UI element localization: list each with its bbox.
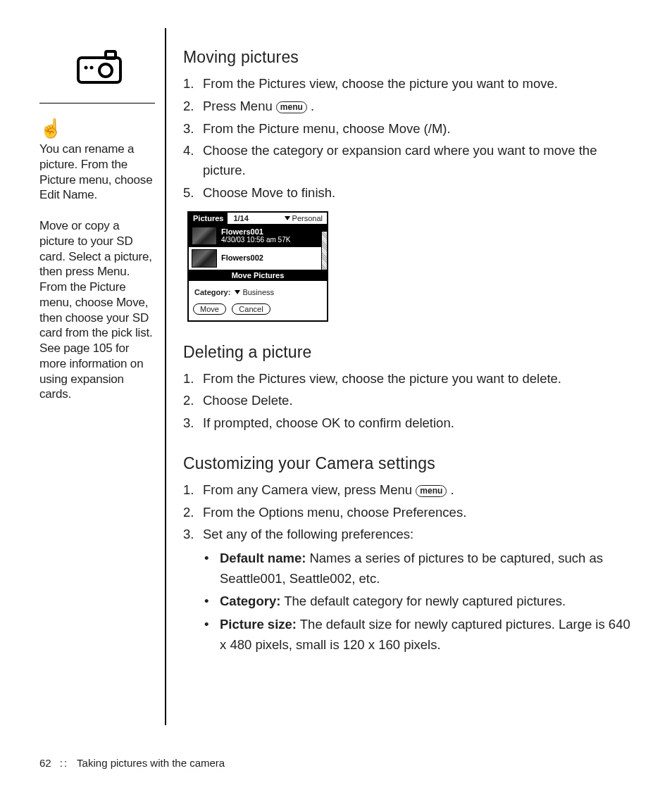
svg-point-2 — [99, 64, 112, 77]
dialog-title: Move Pictures — [189, 270, 327, 281]
step-text: If prompted, choose OK to confirm deleti… — [203, 413, 635, 433]
step-text: From the Picture menu, choose Move (/M). — [203, 119, 635, 139]
step-text: From the Options menu, choose Preference… — [203, 503, 635, 522]
menu-key-icon: menu — [276, 101, 307, 113]
step-text: From the Pictures view, choose the pictu… — [203, 369, 635, 389]
steps-customizing-camera: 1.From any Camera view, press Menu menu … — [183, 480, 635, 544]
pref-category: Category: The default category for newly… — [220, 591, 635, 612]
sidebar: ☝ You can rename a picture. From the Pic… — [39, 28, 165, 725]
tip-move-sd-text: Move or copy a picture to your SD card. … — [39, 218, 155, 402]
sidebar-divider — [39, 103, 155, 103]
preference-list: •Default name: Names a series of picture… — [183, 548, 635, 655]
cancel-button[interactable]: Cancel — [232, 303, 270, 315]
heading-deleting-picture: Deleting a picture — [183, 343, 635, 362]
svg-point-4 — [90, 66, 94, 70]
list-item[interactable]: Flowers0014/30/03 10:56 am 57K — [189, 225, 321, 247]
heading-customizing-camera: Customizing your Camera settings — [183, 454, 635, 473]
step-text: Choose Move to finish. — [203, 183, 635, 203]
shot-title: Pictures — [189, 213, 228, 224]
move-button[interactable]: Move — [193, 303, 226, 315]
step-text: From the Pictures view, choose the pictu… — [203, 74, 635, 94]
steps-moving-pictures: 1.From the Pictures view, choose the pic… — [183, 74, 635, 203]
pref-default-name: Default name: Names a series of pictures… — [220, 548, 635, 589]
category-label: Category: — [194, 288, 230, 296]
tip-rename-text: You can rename a picture. From the Pictu… — [39, 142, 155, 203]
main-content: Moving pictures 1.From the Pictures view… — [166, 28, 635, 725]
step-text: Set any of the following preferences: — [203, 525, 635, 544]
steps-deleting-picture: 1.From the Pictures view, choose the pic… — [183, 369, 635, 433]
scrollbar[interactable] — [321, 225, 327, 270]
svg-rect-1 — [106, 51, 116, 58]
page-footer: 62 :: Taking pictures with the camera — [39, 757, 225, 769]
step-text: Choose the category or expansion card wh… — [203, 141, 635, 180]
move-pictures-screenshot: Pictures 1/14 Personal Flowers0014/30/03… — [187, 211, 328, 322]
thumbnail-icon — [192, 249, 217, 268]
pref-picture-size: Picture size: The default size for newly… — [220, 615, 635, 655]
chapter-title: Taking pictures with the camera — [77, 757, 225, 769]
tip-hand-icon: ☝ — [39, 119, 155, 137]
page-number: 62 — [39, 757, 51, 769]
step-text: Press Menu menu . — [203, 96, 635, 116]
step-text: Choose Delete. — [203, 391, 635, 410]
camera-icon — [76, 49, 155, 87]
thumbnail-icon — [192, 227, 217, 245]
shot-category-dropdown[interactable]: Personal — [280, 213, 327, 224]
footer-separator: :: — [60, 757, 68, 769]
svg-point-3 — [85, 66, 88, 70]
list-item[interactable]: Flowers002 — [189, 247, 321, 270]
step-text: From any Camera view, press Menu menu . — [203, 480, 635, 500]
menu-key-icon: menu — [416, 485, 447, 497]
category-dropdown[interactable]: Business — [232, 288, 274, 296]
shot-count: 1/14 — [228, 213, 254, 224]
heading-moving-pictures: Moving pictures — [183, 48, 635, 67]
